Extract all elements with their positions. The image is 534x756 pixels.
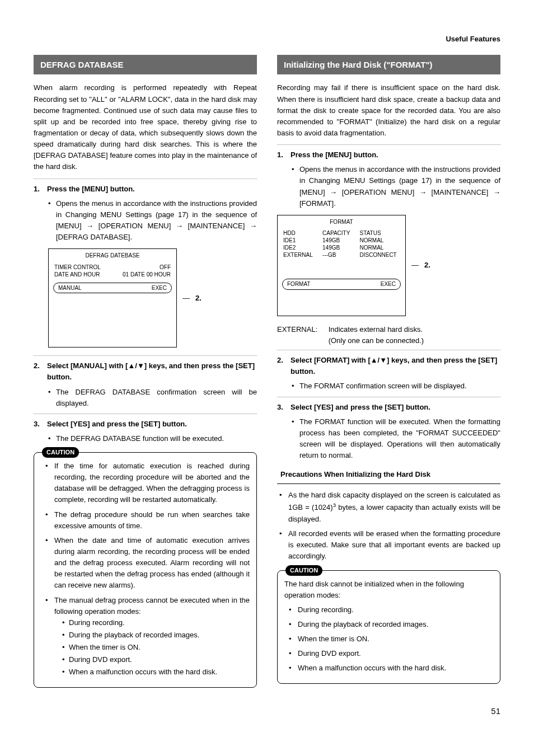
caution-sub-item: When a malfunction occurs with the hard … (62, 666, 250, 678)
callout-number: 2. (195, 293, 202, 304)
right-caution-box: CAUTION The hard disk cannot be initiali… (277, 570, 500, 684)
right-title-bar: Initializing the Hard Disk ("FORMAT") (277, 55, 500, 74)
caution-lead: The hard disk cannot be initialized when… (284, 579, 493, 601)
callout-line: — (182, 293, 190, 304)
separator (277, 350, 500, 350)
step-bullet: The FORMAT confirmation screen will be d… (292, 381, 500, 392)
ui-cell: 149GB (322, 237, 353, 244)
step-bullet: Opens the menus in accordance with the i… (48, 198, 257, 243)
caution-item: If the time for automatic execution is r… (43, 461, 250, 506)
separator (277, 144, 500, 145)
step-title: Select [YES] and press the [SET] button. (47, 419, 257, 430)
ui-cell: NORMAL (360, 244, 400, 251)
caution-item: When a malfunction occurs with the hard … (287, 663, 493, 674)
manual-exec-button: MANUAL EXEC (53, 283, 172, 294)
left-intro: When alarm recording is performed repeat… (34, 82, 257, 172)
step-title: Select [YES] and press the [SET] button. (291, 402, 500, 413)
separator (34, 414, 257, 414)
caution-item: During recording. (287, 604, 493, 616)
ui-value: OFF (160, 264, 171, 271)
caution-label: CAUTION (285, 565, 322, 576)
defrag-ui-box: DEFRAG DATEBASE TIMER CONTROLOFF DATE AN… (48, 248, 177, 348)
step-bullet: Opens the menus in accordance with the i… (292, 164, 500, 209)
format-ui-screenshot: FORMAT HDD CAPACITY STATUS IDE1 149GB NO… (277, 215, 500, 316)
ui-cell: IDE2 (283, 244, 316, 251)
ui-btn-right: EXEC (152, 284, 167, 293)
caution-sub-item: During the playback of recorded images. (62, 630, 250, 641)
external-text-1: Indicates external hard disks. (329, 325, 423, 334)
step-number: 2. (34, 360, 43, 383)
step-number: 2. (277, 355, 286, 377)
ui-title: DEFRAG DATEBASE (49, 249, 176, 264)
ui-cell: ---GB (322, 251, 353, 259)
ui-btn-left: MANUAL (58, 284, 82, 293)
external-label: EXTERNAL: (277, 324, 326, 335)
external-note: EXTERNAL: Indicates external hard disks.… (277, 324, 500, 346)
external-text-2: (Only one can be connected.) (329, 336, 424, 345)
caution-sub-item: When the timer is ON. (62, 642, 250, 653)
caution-item: During DVD export. (287, 648, 493, 659)
left-step-2: 2. Select [MANUAL] with [▲/▼] keys, and … (34, 360, 257, 409)
caution-sub-item: During DVD export. (62, 654, 250, 665)
page-number: 51 (34, 705, 500, 717)
step-title: Press the [MENU] button. (47, 184, 257, 195)
ui-label: TIMER CONTROL (54, 264, 101, 271)
separator (34, 355, 257, 356)
ui-col-header: CAPACITY (322, 229, 353, 237)
callout-number: 2. (424, 260, 430, 271)
left-caution-box: CAUTION If the time for automatic execut… (34, 452, 257, 688)
caution-item: When the timer is ON. (287, 633, 493, 645)
ui-cell: EXTERNAL (283, 251, 316, 259)
format-ui-box: FORMAT HDD CAPACITY STATUS IDE1 149GB NO… (277, 215, 406, 316)
precaution-item: As the hard disk capacity displayed on t… (277, 490, 500, 525)
left-step-1: 1. Press the [MENU] button. Opens the me… (34, 184, 257, 243)
caution-sub-item: During recording. (62, 617, 250, 628)
defrag-ui-screenshot: DEFRAG DATEBASE TIMER CONTROLOFF DATE AN… (48, 248, 257, 348)
step-number: 1. (34, 184, 43, 195)
caution-item: The defrag procedure should be run when … (43, 509, 250, 532)
right-step-3: 3. Select [YES] and press the [SET] butt… (277, 402, 500, 462)
right-intro: Recording may fail if there is insuffici… (277, 82, 500, 139)
ui-cell: IDE1 (283, 237, 316, 244)
step-number: 3. (34, 419, 43, 430)
step-title: Select [MANUAL] with [▲/▼] keys, and the… (47, 360, 257, 383)
two-column-layout: DEFRAG DATABASE When alarm recording is … (34, 55, 500, 687)
step-bullet: The FORMAT function will be executed. Wh… (292, 416, 500, 462)
step-title: Press the [MENU] button. (291, 149, 500, 161)
ui-btn-left: FORMAT (287, 280, 310, 289)
step-number: 3. (277, 402, 286, 413)
right-step-1: 1. Press the [MENU] button. Opens the me… (277, 149, 500, 209)
left-title-bar: DEFRAG DATABASE (34, 55, 257, 74)
ui-col-header: STATUS (360, 229, 400, 237)
caution-item-text: The manual defrag process cannot be exec… (54, 596, 250, 616)
format-exec-button: FORMAT EXEC (282, 279, 401, 290)
separator (34, 179, 257, 179)
ui-label: DATE AND HOUR (54, 271, 100, 278)
ui-btn-right: EXEC (381, 280, 396, 289)
header-section: Useful Features (34, 34, 500, 45)
precaution-item: All recorded events will be erased when … (277, 528, 500, 562)
precautions-heading: Precautions When Initializing the Hard D… (277, 469, 500, 480)
caution-item: The manual defrag process cannot be exec… (43, 595, 250, 678)
step-number: 1. (277, 149, 286, 161)
separator (277, 397, 500, 397)
callout-line: — (411, 260, 419, 271)
ui-title: FORMAT (278, 215, 405, 230)
ui-cell: 149GB (322, 244, 353, 251)
heading-rule (277, 483, 500, 484)
right-column: Initializing the Hard Disk ("FORMAT") Re… (277, 55, 500, 687)
step-title: Select [FORMAT] with [▲/▼] keys, and the… (291, 355, 500, 377)
step-bullet: The DEFRAG DATABASE confirmation screen … (48, 387, 257, 409)
caution-label: CAUTION (42, 447, 79, 458)
step-bullet: The DEFRAG DATABASE function will be exe… (48, 433, 257, 444)
ui-col-header: HDD (283, 229, 316, 237)
caution-item: When the date and time of automatic exec… (43, 535, 250, 591)
ui-value: 01 DATE 00 HOUR (123, 271, 171, 278)
left-column: DEFRAG DATABASE When alarm recording is … (34, 55, 257, 687)
left-step-3: 3. Select [YES] and press the [SET] butt… (34, 419, 257, 444)
ui-cell: DISCONNECT (360, 251, 400, 259)
ui-cell: NORMAL (360, 237, 400, 244)
right-step-2: 2. Select [FORMAT] with [▲/▼] keys, and … (277, 355, 500, 392)
caution-item: During the playback of recorded images. (287, 619, 493, 630)
